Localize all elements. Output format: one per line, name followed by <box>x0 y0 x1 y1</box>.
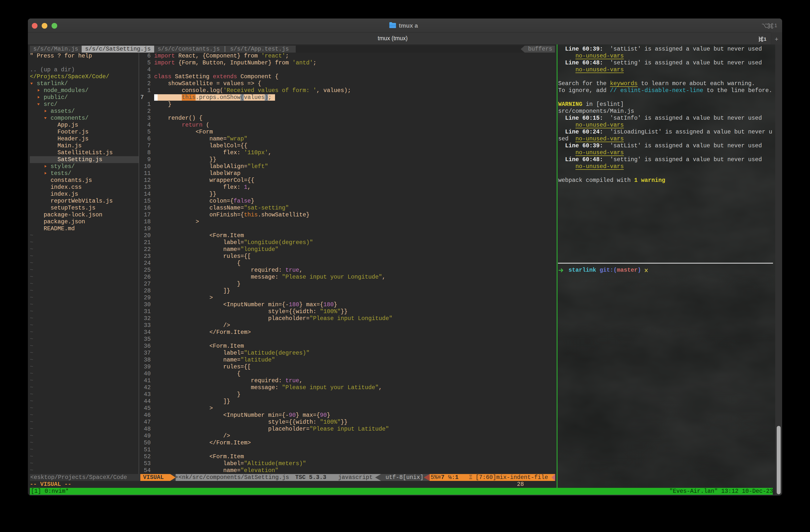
svg-text:1: 1 <box>764 36 766 42</box>
svg-text:1: 1 <box>775 22 777 28</box>
